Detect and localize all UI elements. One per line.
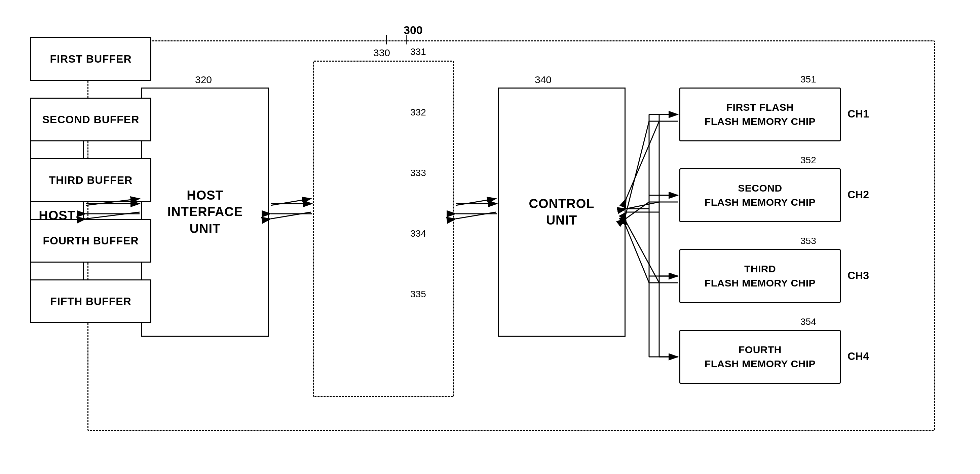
cu-label: CONTROLUNIT bbox=[529, 196, 595, 229]
buffer-5: FIFTH BUFFER bbox=[30, 279, 151, 323]
ref-353: 353 bbox=[800, 236, 816, 246]
buffer-1-label: FIRST BUFFER bbox=[50, 53, 132, 65]
ref-335: 335 bbox=[410, 289, 426, 300]
ref-331: 331 bbox=[410, 46, 426, 57]
flash-chip-3: THIRDFLASH MEMORY CHIP bbox=[679, 249, 841, 303]
buffer-2-label: SECOND BUFFER bbox=[42, 113, 140, 126]
buffer-group-box bbox=[313, 61, 454, 397]
ref-300: 300 bbox=[404, 24, 423, 37]
ch2-label: CH2 bbox=[848, 188, 869, 201]
ref-330: 330 bbox=[373, 47, 390, 59]
diagram-container: 300 360 HOST 320 HOSTINTERFACEUNIT 330 3… bbox=[20, 20, 955, 451]
ref-354: 354 bbox=[800, 316, 816, 327]
flash-chip-1: FIRST FLASHFLASH MEMORY CHIP bbox=[679, 88, 841, 141]
buffer-3: THIRD BUFFER bbox=[30, 158, 151, 202]
ref-340: 340 bbox=[535, 74, 552, 86]
ch3-label: CH3 bbox=[848, 269, 869, 282]
flash-chip-2-label: SECONDFLASH MEMORY CHIP bbox=[705, 181, 816, 209]
ref-320: 320 bbox=[195, 74, 212, 86]
ref-334: 334 bbox=[410, 228, 426, 239]
buffer-4-label: FOURTH BUFFER bbox=[43, 235, 139, 247]
ref-352: 352 bbox=[800, 155, 816, 166]
buffer-1: FIRST BUFFER bbox=[30, 37, 151, 81]
flash-chip-2: SECONDFLASH MEMORY CHIP bbox=[679, 168, 841, 222]
flash-chip-3-label: THIRDFLASH MEMORY CHIP bbox=[705, 262, 816, 290]
buffer-3-label: THIRD BUFFER bbox=[49, 174, 132, 187]
flash-chip-1-label: FIRST FLASHFLASH MEMORY CHIP bbox=[705, 101, 816, 129]
buffer-4: FOURTH BUFFER bbox=[30, 219, 151, 263]
ch1-label: CH1 bbox=[848, 108, 869, 120]
flash-chip-4-label: FOURTHFLASH MEMORY CHIP bbox=[705, 343, 816, 371]
flash-chip-4: FOURTHFLASH MEMORY CHIP bbox=[679, 330, 841, 384]
buffer-5-label: FIFTH BUFFER bbox=[50, 295, 131, 308]
ref-332: 332 bbox=[410, 107, 426, 118]
buffer-2: SECOND BUFFER bbox=[30, 97, 151, 141]
hiu-label: HOSTINTERFACEUNIT bbox=[167, 187, 243, 237]
hiu-block: HOSTINTERFACEUNIT bbox=[141, 88, 269, 337]
ref-351: 351 bbox=[800, 74, 816, 85]
control-unit-block: CONTROLUNIT bbox=[498, 88, 625, 337]
ch4-label: CH4 bbox=[848, 350, 869, 362]
ref-333: 333 bbox=[410, 168, 426, 179]
host-block: HOST bbox=[30, 128, 84, 303]
